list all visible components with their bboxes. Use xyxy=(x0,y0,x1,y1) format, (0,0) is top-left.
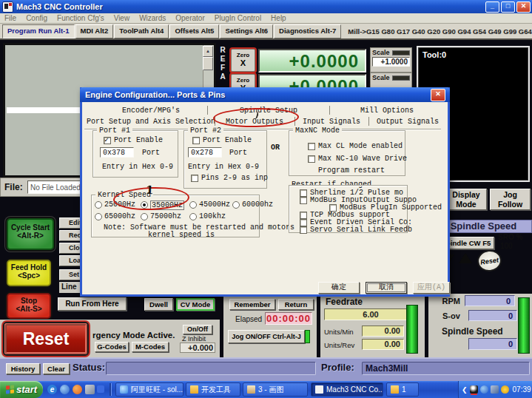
msn-tray-icon[interactable] xyxy=(480,385,488,394)
servo-serial-label[interactable]: Servo Serial Link Feedb xyxy=(310,226,412,234)
feed-hold-button[interactable]: Feed Hold <Spc> xyxy=(7,260,51,286)
menu-wizards[interactable]: Wizards xyxy=(139,14,166,22)
dialog-titlebar[interactable]: Engine Configuration... Ports & Pins xyxy=(80,87,450,102)
dialog-tab-encoder[interactable]: Encoder/MPG's xyxy=(122,107,180,115)
port2-enable-label[interactable]: Port Enable xyxy=(203,136,252,144)
task-mach3-active[interactable]: Mach3 CNC Co... xyxy=(311,382,383,397)
start-button[interactable]: start xyxy=(0,381,43,398)
run-from-here-button[interactable]: Run From Here xyxy=(58,297,127,311)
history-button[interactable]: History xyxy=(6,363,40,374)
zero-x-button[interactable]: Zero X xyxy=(231,49,255,72)
menu-view[interactable]: View xyxy=(114,14,130,22)
tab-diagnostics[interactable]: Diagnostics Alt-7 xyxy=(274,24,341,38)
gcodes-button[interactable]: G-Codes xyxy=(95,342,129,352)
maxcl-label[interactable]: Max CL Mode enabled xyxy=(318,142,403,150)
kernel-100k-radio[interactable] xyxy=(189,213,197,220)
media-quicklaunch-icon[interactable] xyxy=(97,385,104,393)
dwell-indicator[interactable]: Dwell xyxy=(144,298,173,311)
spindle-speed-value[interactable]: 0 xyxy=(468,338,517,350)
kernel-75000-radio[interactable] xyxy=(141,213,148,220)
kernel-45000-radio[interactable] xyxy=(189,201,197,209)
port1-address-field[interactable]: 0x378 xyxy=(100,147,134,158)
qq-tray-icon[interactable] xyxy=(470,385,478,394)
menu-operator[interactable]: Operator xyxy=(175,14,204,22)
security-tray-icon[interactable] xyxy=(501,385,509,394)
dialog-apply-button[interactable]: 应用(A) xyxy=(413,282,450,294)
return-button[interactable]: Return xyxy=(278,299,314,310)
maximize-button[interactable]: □ xyxy=(501,1,515,13)
dialog-tab-port-setup[interactable]: Port Setup and Axis Selection xyxy=(87,118,215,126)
tab-program-run[interactable]: Program Run Alt-1 xyxy=(2,24,75,38)
modbus-io-checkbox[interactable] xyxy=(300,197,307,204)
stop-button[interactable]: Stop <Alt-S> xyxy=(7,293,51,319)
tcp-modbus-checkbox[interactable] xyxy=(300,212,307,219)
servo-serial-checkbox[interactable] xyxy=(300,226,307,234)
dialog-close-icon[interactable]: ✕ xyxy=(431,89,445,101)
dialog-tab-mill-options[interactable]: Mill Options xyxy=(360,107,414,115)
mcodes-button[interactable]: M-Codes xyxy=(132,342,169,352)
port2-pins-label[interactable]: Pins 2-9 as inp xyxy=(201,174,268,182)
port2-pins-checkbox[interactable] xyxy=(191,175,198,182)
jog-onoff-toggle[interactable]: Jog ON/OFF Ctrl-Alt-J xyxy=(228,330,305,343)
display-mode-button[interactable]: Display Mode xyxy=(445,189,487,210)
cv-mode-indicator[interactable]: CV Mode xyxy=(176,298,215,311)
minimize-button[interactable]: _ xyxy=(485,1,499,13)
tab-settings[interactable]: Settings Alt6 xyxy=(220,24,273,38)
z-inhibit-value[interactable]: +0.000 xyxy=(180,343,215,353)
mach3-task-icon xyxy=(315,385,323,394)
task-dev-tools[interactable]: 开发工具 xyxy=(186,382,240,397)
maxnc10-label[interactable]: Max NC-10 Wave Drive xyxy=(318,155,407,163)
port1-enable-label[interactable]: Port Enable xyxy=(114,136,163,144)
x-axis-dro[interactable]: +0.0000 xyxy=(258,49,366,72)
feedrate-value[interactable]: 6.00 xyxy=(324,308,417,320)
msn-quicklaunch-icon[interactable] xyxy=(60,385,70,394)
menu-file[interactable]: File xyxy=(4,14,16,22)
kernel-65000-label[interactable]: 65000hz xyxy=(104,212,135,220)
jog-follow-button[interactable]: Jog Follow xyxy=(490,189,531,210)
network-tray-icon[interactable] xyxy=(491,385,499,394)
maxcl-checkbox[interactable] xyxy=(308,143,315,150)
task-aliwangwang[interactable]: 阿里旺旺 - sol... xyxy=(115,382,183,397)
browser-quicklaunch-icon[interactable] xyxy=(73,385,82,394)
port2-enable-checkbox[interactable] xyxy=(192,137,200,144)
remember-button[interactable]: Remember xyxy=(229,299,275,310)
event-serial-checkbox[interactable] xyxy=(300,219,307,226)
cycle-start-button[interactable]: Cycle Start <Alt-R> xyxy=(7,218,54,250)
task-folder-1[interactable]: 1 xyxy=(386,382,419,397)
menu-help[interactable]: Help xyxy=(271,14,286,22)
port1-enable-checkbox[interactable] xyxy=(104,137,111,144)
menu-plugin-control[interactable]: PlugIn Control xyxy=(215,14,261,22)
sherline-checkbox[interactable] xyxy=(300,189,307,197)
scroll-up-icon[interactable]: ▲ xyxy=(203,46,213,57)
dialog-tab-input-signals[interactable]: Input Signals xyxy=(303,118,360,126)
kernel-100k-label[interactable]: 100khz xyxy=(199,212,226,220)
reset-button[interactable]: Reset xyxy=(4,323,87,354)
dialog-tab-output-signals[interactable]: Output Signals xyxy=(377,118,439,126)
tray-chevron-icon[interactable]: ❮ xyxy=(462,386,468,394)
maxnc10-checkbox[interactable] xyxy=(308,155,315,163)
desktop-quicklaunch-icon[interactable] xyxy=(85,385,95,394)
spindle-up-arrow-icon[interactable] xyxy=(459,253,472,263)
port2-address-field[interactable]: 0x278 xyxy=(188,147,222,158)
clear-button[interactable]: Clear xyxy=(43,363,70,374)
dialog-ok-button[interactable]: 确定 xyxy=(318,282,360,294)
kernel-45000-label[interactable]: 45000Hz xyxy=(199,200,230,209)
menu-config[interactable]: Config xyxy=(26,14,47,22)
sro-reset-button[interactable]: Reset xyxy=(476,249,503,273)
kernel-60000-radio[interactable] xyxy=(232,201,240,209)
scroll-thumb[interactable] xyxy=(203,57,213,70)
tab-offsets[interactable]: Offsets Alt5 xyxy=(169,24,219,38)
kernel-60000-label[interactable]: 60000hz xyxy=(242,200,273,209)
tab-mdi[interactable]: MDI Alt2 xyxy=(75,24,114,38)
task-paint[interactable]: 3 - 画图 xyxy=(243,382,308,397)
kernel-65000-radio[interactable] xyxy=(95,213,102,220)
close-button[interactable]: ✕ xyxy=(516,1,531,13)
ie-quicklaunch-icon[interactable]: e xyxy=(47,385,57,394)
kernel-75000-label[interactable]: 75000hz xyxy=(150,212,181,220)
dialog-cancel-button[interactable]: 取消 xyxy=(366,282,407,294)
onoff-button[interactable]: On/Off xyxy=(183,325,212,334)
x-scale-value[interactable]: +1.0000 xyxy=(372,57,410,67)
tab-toolpath[interactable]: ToolPath Alt4 xyxy=(114,24,169,38)
kernel-25000-radio[interactable] xyxy=(95,201,102,209)
menu-function-cfgs[interactable]: Function Cfg's xyxy=(57,14,104,22)
